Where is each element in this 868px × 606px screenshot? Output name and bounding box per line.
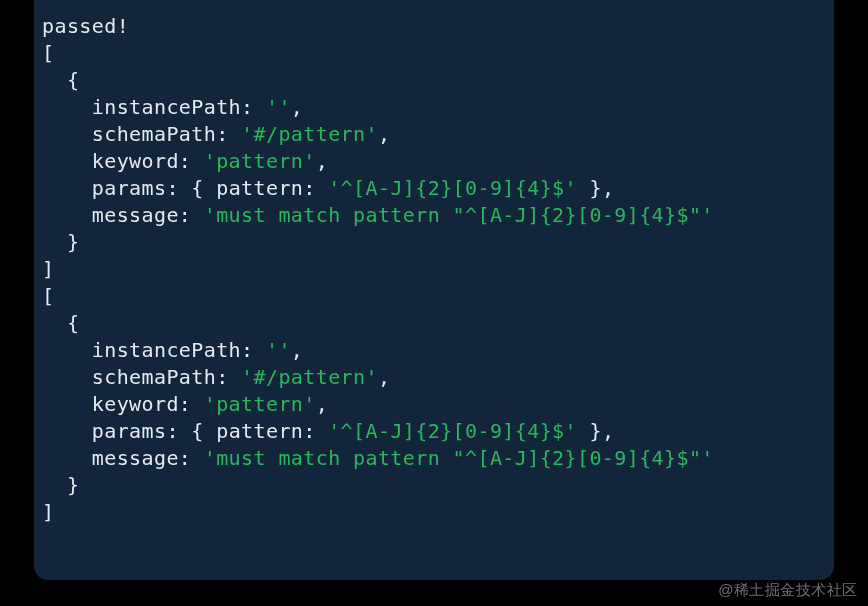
kv-schemaPath: schemaPath: '#/pattern', (42, 364, 826, 391)
brace-open: { (42, 310, 826, 337)
brace-open: { (42, 67, 826, 94)
kv-message: message: 'must match pattern "^[A-J]{2}[… (42, 445, 826, 472)
terminal-output: passed! [ { instancePath: '', schemaPath… (34, 0, 834, 580)
status-line: passed! (42, 13, 826, 40)
kv-params: params: { pattern: '^[A-J]{2}[0-9]{4}$' … (42, 418, 826, 445)
kv-schemaPath: schemaPath: '#/pattern', (42, 121, 826, 148)
brace-close: } (42, 229, 826, 256)
kv-instancePath: instancePath: '', (42, 337, 826, 364)
watermark-text: @稀土掘金技术社区 (718, 581, 858, 600)
kv-instancePath: instancePath: '', (42, 94, 826, 121)
brace-close: } (42, 472, 826, 499)
kv-keyword: keyword: 'pattern', (42, 148, 826, 175)
kv-message: message: 'must match pattern "^[A-J]{2}[… (42, 202, 826, 229)
bracket-close: ] (42, 256, 826, 283)
bracket-open: [ (42, 40, 826, 67)
bracket-close: ] (42, 499, 826, 526)
bracket-open: [ (42, 283, 826, 310)
kv-params: params: { pattern: '^[A-J]{2}[0-9]{4}$' … (42, 175, 826, 202)
kv-keyword: keyword: 'pattern', (42, 391, 826, 418)
